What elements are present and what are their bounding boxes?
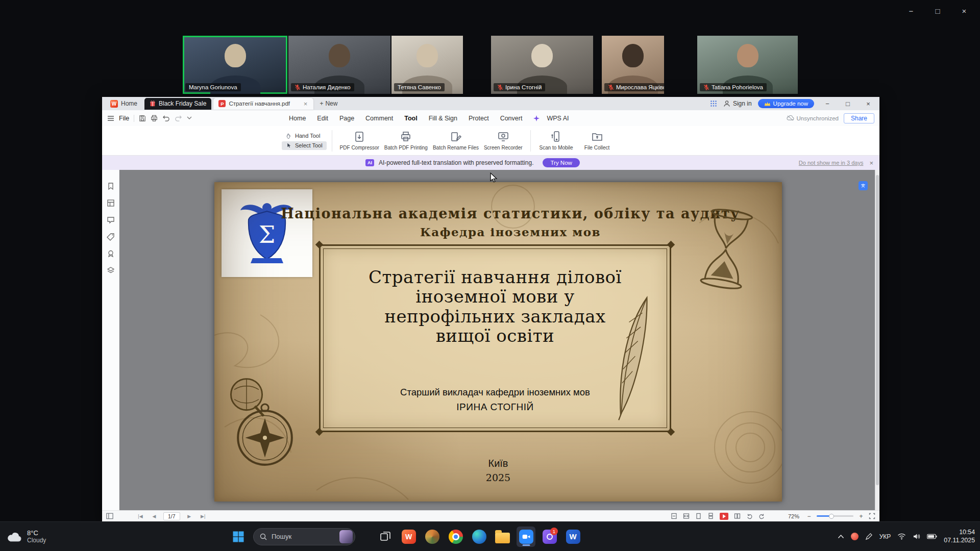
side-panel-toggle-icon[interactable] (106, 513, 113, 519)
seal-panel-icon[interactable] (107, 249, 115, 258)
fit-width-icon[interactable] (683, 513, 690, 519)
batch-rename-files-button[interactable]: Batch Rename Files (430, 131, 481, 151)
participant-video-tile[interactable]: Ірина Стогній (491, 36, 593, 94)
fullscreen-icon[interactable] (869, 513, 875, 519)
wps-maximize-button[interactable]: □ (841, 100, 855, 108)
tab-document[interactable]: P Стратегії навчання.pdf × (213, 98, 313, 110)
wps-close-button[interactable]: × (861, 100, 875, 108)
rotate-left-icon[interactable] (746, 513, 753, 519)
floating-tool-button[interactable] (859, 181, 868, 190)
thumbnail-panel-icon[interactable] (107, 199, 115, 207)
sync-status[interactable]: Unsynchronized (787, 115, 839, 121)
wps-minimize-button[interactable]: − (820, 100, 835, 108)
comment-panel-icon[interactable] (107, 216, 115, 224)
zoom-in-button[interactable]: + (857, 513, 865, 520)
layers-panel-icon[interactable] (107, 266, 115, 274)
new-tab-button[interactable]: + New (315, 100, 341, 107)
menu-item-wps-ai[interactable]: WPS AI (528, 111, 579, 126)
volume-icon[interactable] (913, 533, 920, 540)
zoom-maximize-button[interactable]: □ (931, 4, 944, 17)
edge-taskbar-button[interactable] (470, 527, 488, 547)
file-explorer-button[interactable] (493, 527, 512, 547)
menu-item-protect[interactable]: Protect (463, 113, 494, 124)
tab-black-friday-sale[interactable]: Black Friday Sale (144, 98, 211, 110)
chevron-down-icon[interactable] (187, 116, 192, 120)
browser-taskbar-button[interactable] (423, 527, 442, 547)
upgrade-now-button[interactable]: Upgrade now (758, 99, 814, 108)
save-icon[interactable] (139, 115, 146, 122)
file-collect-button[interactable]: File Collect (577, 131, 618, 151)
menu-item-home[interactable]: Home (284, 113, 311, 124)
dismiss-banner-link[interactable]: Do not show me in 3 days (799, 160, 864, 166)
undo-icon[interactable] (162, 115, 170, 121)
weather-widget[interactable]: 8°C Cloudy (6, 522, 46, 551)
zoom-out-button[interactable]: − (805, 513, 813, 520)
zoom-slider[interactable] (817, 515, 853, 517)
menu-item-fill-sign[interactable]: Fill & Sign (424, 113, 462, 124)
hand-tool-button[interactable]: Hand Tool (282, 132, 327, 140)
print-icon[interactable] (151, 115, 158, 122)
banner-close-button[interactable]: × (869, 159, 873, 167)
last-page-button[interactable]: ▶| (199, 514, 208, 519)
pdf-compressor-button[interactable]: PDF Compressor (337, 131, 382, 151)
language-indicator[interactable]: УКР (879, 533, 891, 540)
task-view-button[interactable] (376, 527, 395, 547)
participant-video-tile[interactable]: Мирослава Яцківська (602, 36, 664, 94)
tag-panel-ic[interactable] (107, 233, 115, 241)
zoom-minimize-button[interactable]: − (904, 4, 918, 17)
zoom-level[interactable]: 72% (788, 513, 801, 519)
first-page-button[interactable]: |◀ (136, 514, 145, 519)
search-highlight-image[interactable] (339, 530, 353, 543)
participant-video-tile[interactable]: Наталия Диденко (288, 36, 390, 94)
sign-in-button[interactable]: Sign in (723, 100, 752, 107)
menu-item-edit[interactable]: Edit (312, 113, 333, 124)
tab-home[interactable]: W Home (105, 98, 142, 110)
menu-item-comment[interactable]: Comment (360, 113, 398, 124)
wifi-icon[interactable] (897, 533, 906, 540)
batch-pdf-printing-button[interactable]: Batch PDF Printing (382, 131, 430, 151)
participant-video-tile[interactable]: Тетяна Савенко (391, 36, 463, 94)
vertical-scrollbar[interactable] (875, 170, 879, 510)
chrome-taskbar-button[interactable] (446, 527, 465, 547)
bookmark-panel-icon[interactable] (107, 182, 115, 190)
play-slideshow-button[interactable] (720, 513, 728, 520)
word-taskbar-button[interactable]: W (564, 527, 582, 547)
tray-status-icon[interactable] (851, 533, 859, 540)
participant-video-tile[interactable]: Tatiana Pohorielova (697, 36, 798, 94)
apps-grid-icon[interactable] (710, 100, 717, 107)
previous-page-button[interactable]: ◀ (150, 514, 159, 519)
share-button[interactable]: Share (844, 113, 874, 123)
scrollbar-thumb[interactable] (876, 175, 879, 485)
zoom-slider-knob[interactable] (829, 514, 834, 519)
file-menu[interactable]: File (119, 115, 129, 122)
hamburger-menu-icon[interactable] (107, 115, 114, 121)
rotate-right-icon[interactable] (758, 513, 765, 519)
pen-input-icon[interactable] (865, 533, 873, 540)
two-page-view-icon[interactable] (734, 513, 741, 519)
media-app-taskbar-button[interactable]: 1 (540, 527, 559, 547)
continuous-view-icon[interactable] (707, 513, 714, 519)
page-indicator[interactable]: 1/7 (163, 512, 180, 520)
fit-page-icon[interactable] (671, 513, 677, 519)
zoom-taskbar-button[interactable] (517, 527, 535, 547)
wps-office-taskbar-button[interactable]: W (399, 527, 418, 547)
tab-close-button[interactable]: × (303, 100, 309, 108)
battery-icon[interactable] (927, 534, 937, 539)
menu-item-page[interactable]: Page (334, 113, 359, 124)
single-page-view-icon[interactable] (695, 513, 702, 519)
screen-recorder-button[interactable]: Screen Recorder (481, 131, 525, 151)
scan-to-mobile-button[interactable]: Scan to Mobile (536, 131, 577, 151)
try-now-button[interactable]: Try Now (543, 158, 579, 167)
zoom-close-button[interactable]: × (958, 4, 971, 17)
redo-icon[interactable] (175, 115, 182, 121)
hidden-icons-chevron[interactable] (838, 534, 844, 539)
start-button[interactable] (230, 527, 247, 547)
clock-widget[interactable]: 10:54 07.11.2025 (944, 529, 975, 545)
select-tool-button[interactable]: Select Tool (282, 141, 327, 150)
next-page-button[interactable]: ▶ (185, 514, 194, 519)
menu-item-convert[interactable]: Convert (495, 113, 528, 124)
taskbar-search[interactable]: Пошук (253, 528, 355, 545)
menu-item-tool[interactable]: Tool (399, 113, 422, 124)
document-canvas[interactable]: Σ Національна академія статистики, облік… (119, 170, 875, 510)
participant-video-tile[interactable]: Maryna Goriunova (183, 36, 287, 94)
